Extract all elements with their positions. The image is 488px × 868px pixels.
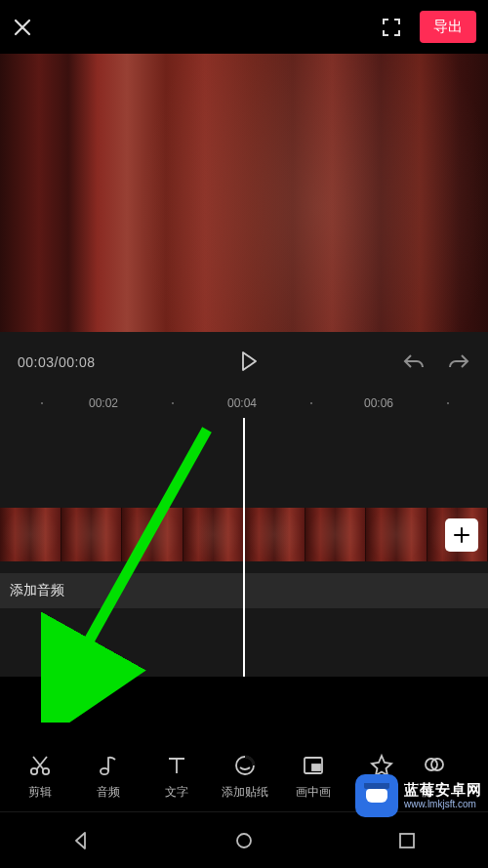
tool-label: 文字	[165, 784, 188, 801]
ruler-mark: 00:02	[89, 396, 118, 410]
timeline[interactable]: 添加音频	[0, 418, 488, 677]
sticker-icon	[232, 753, 258, 778]
nav-recent-icon[interactable]	[395, 829, 419, 852]
svg-point-8	[237, 834, 251, 847]
tool-pip[interactable]: 画中画	[279, 741, 347, 811]
bottom-toolbar: 剪辑 音频 文字 添加贴纸	[0, 741, 488, 811]
svg-rect-9	[400, 834, 414, 847]
fullscreen-icon[interactable]	[381, 17, 402, 38]
ruler-mark: 00:06	[364, 396, 393, 410]
tool-label: 添加贴纸	[222, 784, 268, 801]
playhead[interactable]	[243, 418, 245, 677]
ruler-mark: 00:04	[227, 396, 257, 410]
time-total: 00:08	[59, 354, 96, 370]
music-note-icon	[96, 753, 121, 778]
video-preview[interactable]	[0, 54, 488, 332]
nav-back-icon[interactable]	[69, 829, 93, 852]
tool-filter[interactable]: 滤	[416, 741, 445, 811]
svg-point-2	[101, 767, 108, 773]
redo-icon[interactable]	[447, 351, 470, 374]
tool-audio[interactable]: 音频	[74, 741, 142, 811]
tool-sticker[interactable]: 添加贴纸	[211, 741, 279, 811]
filter-icon	[422, 753, 445, 778]
tool-effects[interactable]: 特效	[347, 741, 416, 811]
tool-label: 特效	[370, 784, 393, 801]
system-nav-bar	[0, 811, 488, 868]
close-icon[interactable]	[12, 17, 33, 38]
tool-text[interactable]: 文字	[142, 741, 211, 811]
text-icon	[164, 753, 189, 778]
timecode: 00:03/00:08	[18, 354, 95, 370]
playback-bar: 00:03/00:08	[0, 332, 488, 393]
nav-home-icon[interactable]	[232, 829, 256, 852]
tool-label: 音频	[97, 784, 120, 801]
tool-label: 剪辑	[28, 784, 52, 801]
add-audio-label: 添加音频	[10, 582, 64, 599]
tool-label: 画中画	[296, 784, 331, 801]
tool-label: 滤	[422, 784, 433, 801]
time-current: 00:03	[18, 354, 55, 370]
star-icon	[369, 753, 394, 778]
add-clip-button[interactable]	[445, 518, 478, 552]
svg-rect-5	[312, 765, 320, 770]
play-icon[interactable]	[239, 351, 259, 375]
top-bar: 导出	[0, 0, 488, 54]
undo-icon[interactable]	[402, 351, 426, 374]
scissors-icon	[27, 753, 53, 778]
timeline-ruler[interactable]: 00:02 00:04 00:06	[0, 393, 488, 418]
pip-icon	[301, 753, 326, 778]
export-button[interactable]: 导出	[420, 11, 476, 43]
tool-edit[interactable]: 剪辑	[6, 741, 74, 811]
